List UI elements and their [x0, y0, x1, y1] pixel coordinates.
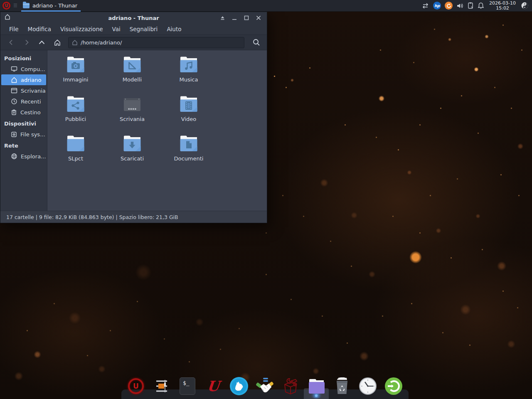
menu-segnalibri[interactable]: Segnalibri: [125, 24, 163, 34]
minimize-button[interactable]: [231, 14, 238, 22]
dock-clock-icon[interactable]: [358, 377, 377, 396]
toolbar: /home/adriano/: [0, 35, 267, 50]
sidebar-item-filesystem[interactable]: File sys...: [1, 129, 46, 140]
window-titlebar[interactable]: adriano - Thunar: [0, 12, 267, 24]
desktop-icon: [11, 88, 17, 94]
clock-date: 2026-03-10: [489, 1, 516, 6]
menu-aiuto[interactable]: Aiuto: [162, 24, 186, 34]
recent-icon: [11, 98, 17, 105]
back-button[interactable]: [4, 37, 18, 48]
dock-panel-settings-icon[interactable]: [152, 377, 171, 396]
folder-icon: [23, 3, 30, 8]
clipboard-icon[interactable]: [468, 2, 474, 9]
up-button[interactable]: [35, 37, 49, 48]
active-task-indicator: [21, 10, 81, 12]
file-item-video[interactable]: Video: [160, 92, 217, 131]
file-label: Scrivania: [120, 116, 145, 122]
top-panel: U ☰ adriano - Thunar hp: [0, 0, 532, 12]
thunar-window: adriano - Thunar File Modifica Visualizz…: [0, 12, 267, 223]
clock-time: 15:02: [489, 6, 516, 11]
file-item-scaricati[interactable]: Scaricati: [104, 131, 160, 171]
sidebar: Posizioni Compu... adriano Scrivania Rec…: [0, 50, 47, 211]
updates-icon[interactable]: [445, 2, 453, 10]
dock-librewolf-browser-icon[interactable]: [229, 377, 249, 396]
sidebar-item-label: adriano: [21, 77, 41, 83]
network-globe-icon: [11, 153, 17, 160]
sidebar-item-cestino[interactable]: Cestino: [1, 107, 46, 118]
sidebar-item-label: Recenti: [21, 99, 41, 105]
search-button[interactable]: [249, 37, 263, 48]
drive-icon: [11, 131, 17, 138]
system-tray: hp 2026-03-10 15:02: [421, 1, 532, 11]
file-item-immagini[interactable]: Immagini: [47, 52, 104, 92]
file-label: Documenti: [174, 155, 204, 162]
sidebar-header-dispositivi: Dispositivi: [0, 118, 47, 129]
panel-clock[interactable]: 2026-03-10 15:02: [488, 1, 517, 11]
file-label: Immagini: [63, 76, 89, 83]
sidebar-item-esplora-rete[interactable]: Esplora...: [1, 151, 46, 162]
taskbar-item-thunar[interactable]: adriano - Thunar: [19, 0, 83, 12]
folder-images-icon: [65, 56, 86, 74]
notifications-bell-icon[interactable]: [478, 2, 484, 9]
computer-icon: [11, 66, 17, 72]
slackel-menu-button[interactable]: U: [2, 2, 10, 10]
file-item-slpct[interactable]: SLpct: [47, 131, 104, 171]
sidebar-header-posizioni: Posizioni: [0, 52, 47, 64]
forward-button[interactable]: [20, 37, 33, 48]
panel-handle-icon[interactable]: ☰: [13, 3, 17, 8]
shade-button[interactable]: [219, 14, 226, 22]
file-label: Pubblici: [65, 116, 86, 122]
sidebar-item-recenti[interactable]: Recenti: [1, 96, 46, 107]
folder-downloads-icon: [122, 135, 143, 153]
dock-red-u-app-icon[interactable]: U: [204, 377, 223, 396]
home-app-icon: [4, 14, 11, 22]
folder-public-icon: [65, 96, 86, 113]
close-button[interactable]: [255, 14, 262, 22]
sidebar-item-label: Scrivania: [21, 88, 46, 94]
folder-video-icon: [178, 96, 199, 113]
sidebar-item-scrivania[interactable]: Scrivania: [1, 85, 46, 96]
dock-slackel-logo-icon[interactable]: U: [126, 377, 145, 396]
file-item-musica[interactable]: Musica: [160, 52, 217, 92]
path-field[interactable]: /home/adriano/: [68, 37, 244, 48]
file-label: SLpct: [68, 155, 83, 162]
statusbar: 17 cartelle | 9 file: 82,9 KiB (84.863 b…: [0, 211, 267, 223]
menu-file[interactable]: File: [5, 24, 23, 34]
folder-templates-icon: [122, 56, 143, 74]
file-item-documenti[interactable]: Documenti: [160, 131, 217, 171]
menu-visualizzazione[interactable]: Visualizzazione: [56, 24, 107, 34]
dock-logout-icon[interactable]: [384, 377, 403, 396]
file-label: Musica: [180, 76, 198, 83]
taskbar-item-label: adriano - Thunar: [32, 2, 77, 9]
dock-toolbox-icon[interactable]: [281, 377, 300, 396]
dock-thunar-file-manager-icon[interactable]: [307, 377, 326, 396]
dock-trash-icon[interactable]: [332, 377, 352, 396]
home-icon: [11, 77, 17, 83]
folder-documents-icon: [178, 135, 199, 153]
search-icon: [252, 38, 261, 47]
sidebar-item-adriano[interactable]: adriano: [1, 74, 46, 85]
menu-modifica[interactable]: Modifica: [23, 24, 56, 34]
home-button[interactable]: [50, 37, 64, 48]
file-item-modelli[interactable]: Modelli: [104, 52, 160, 92]
file-label: Modelli: [123, 76, 142, 83]
file-item-pubblici[interactable]: Pubblici: [47, 92, 104, 131]
maximize-button[interactable]: [243, 14, 250, 22]
hp-icon[interactable]: hp: [433, 2, 441, 10]
file-view[interactable]: Immagini Modelli: [47, 50, 267, 211]
dock-handshake-icon[interactable]: [255, 377, 274, 396]
sidebar-item-label: Cestino: [20, 109, 41, 116]
file-item-scrivania[interactable]: Scrivania: [104, 92, 160, 131]
network-arrows-icon[interactable]: [421, 2, 429, 9]
dock-terminal-icon[interactable]: $_: [178, 377, 197, 396]
volume-icon[interactable]: [456, 2, 464, 9]
slackel-logo-icon: U: [5, 4, 8, 8]
yin-yang-icon[interactable]: [521, 2, 529, 10]
sidebar-item-label: Compu...: [21, 66, 45, 72]
sidebar-header-rete: Rete: [0, 140, 47, 151]
sidebar-item-computer[interactable]: Compu...: [1, 64, 46, 74]
menu-vai[interactable]: Vai: [108, 24, 125, 34]
file-label: Video: [181, 116, 196, 122]
folder-plain-icon: [65, 135, 86, 153]
desktop: U ☰ adriano - Thunar hp: [0, 0, 532, 399]
